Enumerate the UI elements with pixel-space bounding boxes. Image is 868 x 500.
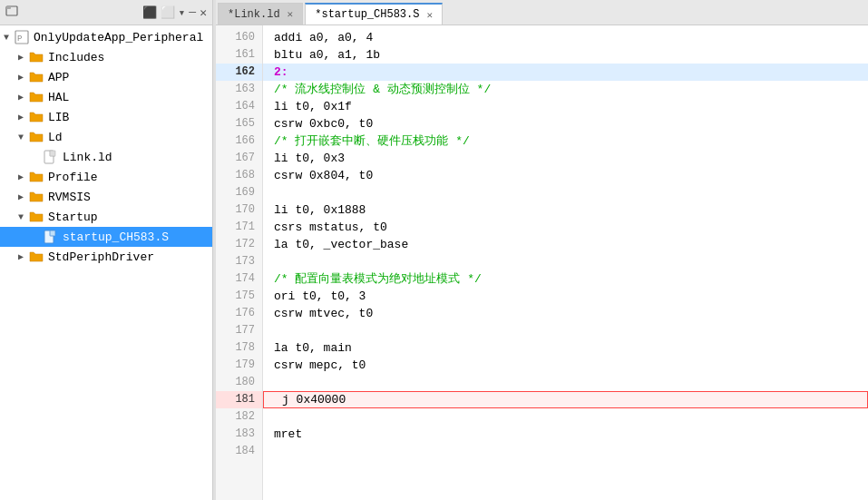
tree-item-profile[interactable]: ▶ Profile xyxy=(0,167,212,187)
code-instruction: addi a0, a0, 4 xyxy=(274,29,373,46)
tree-item-label: Includes xyxy=(48,51,104,64)
code-line-168: csrw 0x804, t0 xyxy=(263,167,868,184)
tree-item-rvmsis[interactable]: ▶ RVMSIS xyxy=(0,187,212,207)
tree-arrow: ▶ xyxy=(18,72,29,83)
line-number-171: 171 xyxy=(216,219,262,236)
code-line-160: addi a0, a0, 4 xyxy=(263,29,868,46)
code-line-161: bltu a0, a1, 1b xyxy=(263,46,868,64)
explorer-maximize-icon[interactable]: ⬜ xyxy=(161,5,175,20)
code-line-172: la t0, _vector_base xyxy=(263,236,868,253)
line-number-183: 183 xyxy=(216,426,262,443)
code-editor: 1601611621631641651661671681691701711721… xyxy=(216,25,868,500)
code-content[interactable]: addi a0, a0, 4 bltu a0, a1, 1b2:/* 流水线控制… xyxy=(263,25,868,500)
tree-item-icon-file-ld xyxy=(44,150,60,164)
line-number-165: 165 xyxy=(216,115,262,132)
line-number-166: 166 xyxy=(216,132,262,150)
tree-item-icon-file-asm xyxy=(44,230,60,244)
explorer-header: ⬛ ⬜ ▾ — ✕ xyxy=(0,0,212,25)
code-comment: /* 打开嵌套中断、硬件压栈功能 */ xyxy=(274,132,470,150)
tree-item-stdperiph[interactable]: ▶ StdPeriphDriver xyxy=(0,247,212,267)
line-number-176: 176 xyxy=(216,305,262,322)
project-explorer: ⬛ ⬜ ▾ — ✕ ▼ P OnlyUpdateApp_Peripheral ▶… xyxy=(0,0,213,500)
code-line-164: li t0, 0x1f xyxy=(263,98,868,115)
code-line-178: la t0, main xyxy=(263,339,868,357)
tree-arrow: ▶ xyxy=(18,172,29,182)
line-number-170: 170 xyxy=(216,201,262,219)
line-number-177: 177 xyxy=(216,322,262,339)
tree-item-label: startup_CH583.S xyxy=(63,230,169,244)
code-line-173 xyxy=(263,253,868,270)
tree-item-icon-folder-src xyxy=(29,90,45,104)
tree-item-label: Link.ld xyxy=(63,151,112,164)
tab-close-button[interactable]: ✕ xyxy=(288,8,294,20)
code-instruction: ori t0, t0, 3 xyxy=(274,288,366,305)
code-line-170: li t0, 0x1888 xyxy=(263,201,868,219)
code-label: 2: xyxy=(274,64,288,81)
explorer-minimize-icon[interactable]: ⬛ xyxy=(142,5,157,20)
tree-item-hal[interactable]: ▶ HAL xyxy=(0,87,212,107)
code-line-176: csrw mtvec, t0 xyxy=(263,305,868,322)
line-number-168: 168 xyxy=(216,167,262,184)
tree-item-lib[interactable]: ▶ LIB xyxy=(0,107,212,127)
tree-item-icon-folder-src xyxy=(29,250,45,264)
tab-close-button[interactable]: ✕ xyxy=(426,9,433,21)
tree-item-icon-folder-src xyxy=(29,210,45,224)
tab-startup-tab[interactable]: *startup_CH583.S ✕ xyxy=(305,3,443,25)
tree-item-startup-file[interactable]: startup_CH583.S xyxy=(0,227,212,247)
tree-arrow: ▼ xyxy=(4,33,15,43)
line-number-160: 160 xyxy=(216,29,262,46)
line-number-182: 182 xyxy=(216,408,262,426)
explorer-icon xyxy=(5,5,18,21)
tree-item-startup[interactable]: ▼ Startup xyxy=(0,207,212,227)
code-line-174: /* 配置向量表模式为绝对地址模式 */ xyxy=(263,270,868,288)
code-instruction: la t0, _vector_base xyxy=(274,236,408,253)
code-line-169 xyxy=(263,184,868,201)
code-line-171: csrs mstatus, t0 xyxy=(263,219,868,236)
tree-item-project-root[interactable]: ▼ P OnlyUpdateApp_Peripheral xyxy=(0,27,212,47)
svg-rect-7 xyxy=(50,230,55,236)
code-comment: /* 流水线控制位 & 动态预测控制位 */ xyxy=(274,81,491,98)
code-line-163: /* 流水线控制位 & 动态预测控制位 */ xyxy=(263,81,868,98)
tree-arrow: ▼ xyxy=(18,132,29,142)
code-comment: /* 配置向量表模式为绝对地址模式 */ xyxy=(274,270,482,288)
tree-item-label: APP xyxy=(48,71,69,84)
tree-item-icon-folder-src xyxy=(29,170,45,184)
tree-item-icon-folder xyxy=(29,50,45,64)
code-line-182 xyxy=(263,408,868,426)
code-line-162: 2: xyxy=(263,64,868,81)
line-number-162: 162 xyxy=(216,64,262,81)
explorer-close-icon[interactable]: — xyxy=(189,5,196,19)
line-number-173: 173 xyxy=(216,253,262,270)
line-number-180: 180 xyxy=(216,374,262,391)
code-line-175: ori t0, t0, 3 xyxy=(263,288,868,305)
line-number-174: 174 xyxy=(216,270,262,288)
explorer-action-icon[interactable]: ▾ xyxy=(179,5,186,20)
svg-text:P: P xyxy=(17,34,22,44)
code-instruction: li t0, 0x1f xyxy=(274,98,352,115)
tree-item-label: StdPeriphDriver xyxy=(48,250,154,264)
tree-item-app[interactable]: ▶ APP xyxy=(0,67,212,87)
tree-item-icon-folder-src xyxy=(29,190,45,204)
code-instruction: csrs mstatus, t0 xyxy=(274,219,387,236)
code-instruction: csrw mepc, t0 xyxy=(274,357,366,374)
code-instruction: csrw 0x804, t0 xyxy=(274,167,373,184)
tree-item-linkld[interactable]: Link.ld xyxy=(0,147,212,167)
line-number-172: 172 xyxy=(216,236,262,253)
code-line-177 xyxy=(263,322,868,339)
line-number-179: 179 xyxy=(216,357,262,374)
line-number-164: 164 xyxy=(216,98,262,115)
code-line-184 xyxy=(263,443,868,460)
tree-item-label: Ld xyxy=(48,131,63,144)
tree-arrow: ▶ xyxy=(18,112,29,123)
tab-linkld-tab[interactable]: *Link.ld ✕ xyxy=(218,3,303,25)
code-line-165: csrw 0xbc0, t0 xyxy=(263,115,868,132)
tree-item-includes[interactable]: ▶ Includes xyxy=(0,47,212,67)
code-line-166: /* 打开嵌套中断、硬件压栈功能 */ xyxy=(263,132,868,150)
code-instruction: la t0, main xyxy=(274,339,352,357)
tree-arrow: ▼ xyxy=(18,212,29,222)
code-instruction: j 0x40000 xyxy=(275,391,346,408)
explorer-close2-icon[interactable]: ✕ xyxy=(200,5,207,20)
tree-item-ld[interactable]: ▼ Ld xyxy=(0,127,212,147)
tree-item-label: OnlyUpdateApp_Peripheral xyxy=(34,31,203,44)
tree-item-label: RVMSIS xyxy=(48,191,91,204)
